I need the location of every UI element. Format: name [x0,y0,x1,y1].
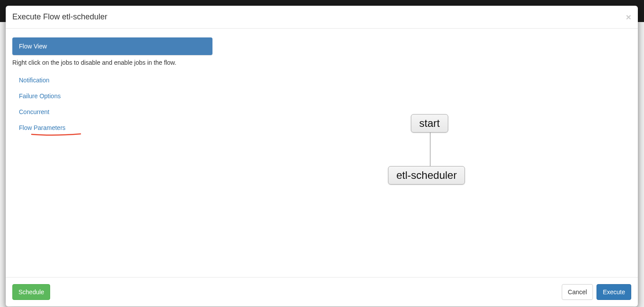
tab-concurrent[interactable]: Concurrent [12,104,212,120]
close-icon[interactable]: × [626,12,631,22]
modal-body: Flow View Right click on the jobs to dis… [6,29,638,277]
tab-flow-parameters-label: Flow Parameters [19,124,66,131]
flow-graph-canvas[interactable]: start etl-scheduler [212,37,631,270]
modal-footer: Schedule Cancel Execute [6,277,638,307]
tab-flow-view[interactable]: Flow View [12,37,212,55]
annotation-underline [31,133,81,137]
tab-flow-parameters[interactable]: Flow Parameters [12,120,212,136]
flow-view-help-text: Right click on the jobs to disable and e… [12,59,212,66]
schedule-button[interactable]: Schedule [12,284,50,300]
modal-header: Execute Flow etl-scheduler × [6,6,638,29]
tab-failure-options[interactable]: Failure Options [12,88,212,104]
tab-notification[interactable]: Notification [12,72,212,88]
graph-node-etl-scheduler[interactable]: etl-scheduler [388,166,465,185]
modal-title: Execute Flow etl-scheduler [12,12,107,22]
graph-node-start[interactable]: start [411,114,448,133]
execute-button[interactable]: Execute [596,284,631,300]
side-panel: Flow View Right click on the jobs to dis… [12,37,212,270]
graph-edge [430,133,431,166]
execute-flow-modal: Execute Flow etl-scheduler × Flow View R… [6,6,638,307]
cancel-button[interactable]: Cancel [562,284,593,300]
